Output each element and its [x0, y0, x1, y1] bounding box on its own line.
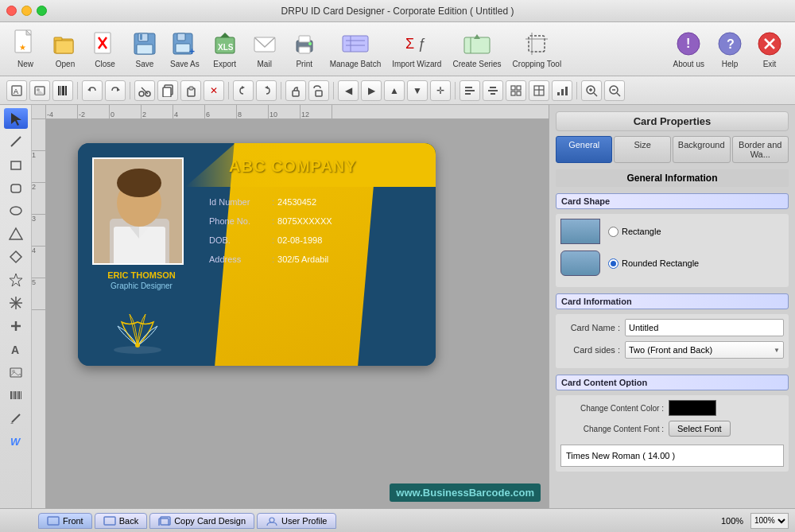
- tb2-unlock-btn[interactable]: [308, 80, 329, 101]
- left-tool-snowflake[interactable]: [4, 293, 28, 313]
- card-name-input[interactable]: [625, 319, 784, 336]
- svg-rect-65: [316, 91, 322, 96]
- left-tool-wordart[interactable]: W: [4, 431, 28, 452]
- left-tool-cross[interactable]: [4, 316, 28, 336]
- card-id-label: Id Number: [209, 192, 269, 212]
- tool-exit[interactable]: Exit: [750, 28, 789, 70]
- rounded-rect-radio-label[interactable]: Rounded Rectangle: [608, 258, 699, 269]
- rounded-rect-radio[interactable]: [608, 258, 619, 269]
- left-tool-text[interactable]: A: [4, 339, 28, 359]
- card-sides-row: Card sides : One (Front only) Two (Front…: [560, 341, 784, 359]
- zoom-select[interactable]: 100% 75% 50% 150% 200%: [750, 513, 789, 529]
- canvas-content[interactable]: ERIC THOMSON Graphic Designer: [46, 119, 549, 508]
- tb2-text-btn[interactable]: A: [6, 80, 27, 101]
- tool-open[interactable]: Open: [46, 28, 84, 70]
- svg-rect-22: [299, 36, 310, 42]
- tb2-barcode-btn[interactable]: [52, 80, 73, 101]
- svg-marker-95: [10, 251, 21, 262]
- save-icon: [130, 29, 159, 58]
- tool-create-series[interactable]: Create Series: [448, 28, 506, 70]
- content-color-label: Change Content Color :: [560, 404, 664, 413]
- tb2-align-left-btn[interactable]: [460, 80, 480, 101]
- tool-close[interactable]: Close: [86, 28, 124, 70]
- tb2-zoom-in-btn[interactable]: [581, 80, 602, 101]
- tb2-undo-btn[interactable]: [82, 80, 103, 101]
- tb2-nav-left-btn[interactable]: ◀: [338, 80, 359, 101]
- svg-rect-79: [557, 92, 560, 95]
- tab-back[interactable]: Back: [95, 513, 147, 529]
- left-tool-rounded-rect[interactable]: [4, 177, 28, 198]
- tb2-table-btn[interactable]: [529, 80, 549, 101]
- tab-front[interactable]: Front: [38, 513, 92, 529]
- left-tool-select[interactable]: [4, 108, 28, 129]
- tool-import-wizard[interactable]: Σ ƒ Import Wizard: [387, 28, 446, 70]
- rectangle-radio[interactable]: [608, 227, 619, 237]
- tb2-zoom-out-btn[interactable]: [604, 80, 625, 101]
- canvas-area[interactable]: -4 -2 0 2 4 6 8 10 12 1 2 3: [32, 105, 549, 508]
- svg-rect-91: [11, 161, 21, 169]
- tab-border[interactable]: Border and Wa...: [732, 136, 789, 163]
- panel-tabs: General Size Background Border and Wa...: [556, 136, 789, 163]
- tool-save[interactable]: Save: [126, 28, 164, 70]
- left-tool-line[interactable]: [4, 131, 28, 152]
- front-tab-icon: [47, 516, 60, 526]
- tool-help[interactable]: ? Help: [711, 28, 749, 70]
- tool-mail[interactable]: Mail: [246, 28, 284, 70]
- tool-save-as[interactable]: + Save As: [165, 28, 204, 70]
- tb2-copy-btn[interactable]: [157, 80, 178, 101]
- tb2-move-btn[interactable]: ✛: [430, 80, 451, 101]
- tool-about-us[interactable]: ! About us: [669, 28, 709, 70]
- tool-manage-batch[interactable]: Manage Batch: [325, 28, 386, 70]
- tb2-grid-btn[interactable]: [506, 80, 526, 101]
- tab-user-profile[interactable]: User Profile: [257, 513, 335, 529]
- tb2-image-btn[interactable]: [29, 80, 50, 101]
- card-dob-value: 02-08-1998: [277, 231, 322, 250]
- tb2-nav-down-btn[interactable]: ▼: [407, 80, 428, 101]
- maximize-btn[interactable]: [37, 6, 47, 16]
- card-info-section-header: Card Information: [556, 293, 789, 309]
- tb2-nav-right-btn[interactable]: ▶: [361, 80, 382, 101]
- tb2-lock-btn[interactable]: [285, 80, 306, 101]
- left-tool-pencil[interactable]: [4, 408, 28, 429]
- tb2-cut-btn[interactable]: [134, 80, 155, 101]
- left-tool-ellipse[interactable]: [4, 200, 28, 221]
- tool-cropping-tool[interactable]: Cropping Tool: [508, 28, 567, 70]
- tb2-nav-up-btn[interactable]: ▲: [384, 80, 405, 101]
- svg-rect-10: [138, 33, 148, 41]
- card-address-value: 302/5 Ardabil: [277, 250, 328, 269]
- rectangle-radio-label[interactable]: Rectangle: [608, 227, 661, 237]
- tool-help-label: Help: [722, 60, 739, 68]
- tab-copy-card[interactable]: Copy Card Design: [149, 513, 254, 529]
- svg-rect-49: [58, 86, 60, 95]
- left-tool-rect[interactable]: [4, 154, 28, 175]
- tb2-chart-btn[interactable]: [552, 80, 572, 101]
- tool-new-label: New: [17, 60, 33, 68]
- left-tool-image[interactable]: [4, 362, 28, 382]
- tb2-rotate-left-btn[interactable]: [233, 80, 254, 101]
- left-tool-diamond[interactable]: [4, 247, 28, 267]
- shape-rectangle-row: Rectangle: [560, 219, 784, 244]
- tool-print[interactable]: Print: [285, 28, 324, 70]
- minimize-btn[interactable]: [21, 6, 32, 16]
- content-font-row: Change Content Font : Select Font: [560, 421, 784, 437]
- shape-rounded-row: Rounded Rectangle: [560, 250, 784, 276]
- tb2-align-center-btn[interactable]: [483, 80, 503, 101]
- close-window-btn[interactable]: [6, 6, 17, 16]
- select-font-button[interactable]: Select Font: [669, 421, 731, 437]
- tool-export[interactable]: XLS Export: [206, 28, 244, 70]
- tb2-redo-btn[interactable]: [105, 80, 126, 101]
- tb2-delete-btn[interactable]: ✕: [204, 80, 224, 101]
- tab-background[interactable]: Background: [673, 136, 731, 163]
- export-icon: XLS: [211, 29, 239, 58]
- left-tool-star[interactable]: [4, 270, 28, 290]
- svg-line-83: [594, 93, 597, 96]
- left-tool-triangle[interactable]: [4, 223, 28, 244]
- content-color-swatch[interactable]: [669, 400, 716, 416]
- tool-new[interactable]: ★ New: [6, 28, 45, 70]
- card-sides-select[interactable]: One (Front only) Two (Front and Back): [625, 341, 784, 359]
- tb2-rotate-right-btn[interactable]: [256, 80, 277, 101]
- left-tool-barcode[interactable]: [4, 385, 28, 406]
- tb2-paste-btn[interactable]: [180, 80, 201, 101]
- tab-size[interactable]: Size: [614, 136, 670, 163]
- tab-general[interactable]: General: [556, 136, 612, 163]
